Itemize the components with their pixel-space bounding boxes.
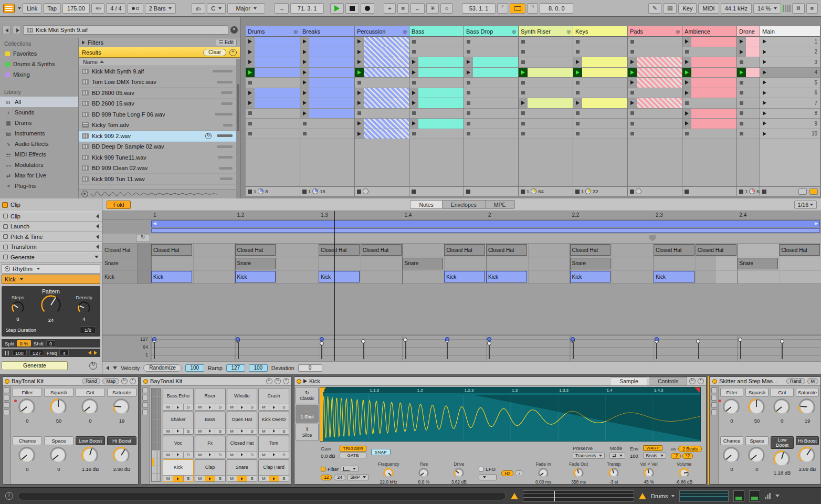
device-header[interactable]: BayTonal Kit (141, 377, 291, 386)
tempo-field[interactable]: 175.00 (62, 3, 90, 14)
pad-play-button[interactable] (173, 476, 183, 481)
device-on-button[interactable] (143, 379, 148, 384)
velocity-stem[interactable] (782, 341, 783, 359)
clip-slot[interactable] (464, 109, 518, 119)
stop-button[interactable] (345, 3, 359, 14)
tab-envelopes[interactable]: Envelopes (443, 200, 486, 209)
pad-mute-button[interactable]: M (163, 428, 173, 434)
lfo-toggle[interactable] (479, 467, 483, 471)
scale-mode-toggle[interactable] (192, 3, 205, 14)
clip-slot[interactable] (300, 129, 354, 140)
bank-cell[interactable] (156, 427, 158, 435)
clip-slot[interactable] (409, 47, 464, 58)
nudge-buttons[interactable] (91, 3, 104, 14)
arrangement-position-field[interactable]: 71. 3. 1 (290, 3, 324, 14)
track-stop-button[interactable] (466, 190, 470, 194)
clip-slot[interactable] (737, 129, 760, 140)
bank-cell[interactable] (154, 427, 156, 435)
section-clip[interactable]: Clip (0, 211, 102, 222)
clip-slot[interactable] (409, 98, 464, 109)
clip-play-button[interactable] (628, 98, 637, 108)
macro-name[interactable]: Filter (13, 388, 42, 397)
track-header-badge-icon[interactable]: ◎ (566, 29, 571, 34)
track-header-drone[interactable]: Drone (737, 26, 760, 37)
link-button[interactable]: Link (23, 3, 41, 14)
end-marker[interactable] (649, 235, 656, 242)
clip-slot[interactable] (519, 68, 573, 78)
pad-closed-hat[interactable]: Closed HatMS (227, 436, 258, 458)
clip-slot[interactable] (464, 68, 518, 78)
bank-cell[interactable] (156, 397, 158, 404)
warning-icon[interactable] (511, 493, 518, 499)
clip-slot[interactable] (519, 37, 573, 47)
file-bd-2600-15-wav[interactable]: BD 2600 15.wav (79, 99, 240, 110)
row-label-kick[interactable]: Kick (102, 270, 138, 284)
fade-out-knob[interactable]: Fade Out358 ms (563, 461, 594, 485)
clip-slot[interactable] (300, 119, 354, 129)
name-column-header[interactable]: Name (79, 58, 240, 66)
note-closed-hat[interactable]: Closed Hat (570, 244, 611, 256)
clip-play-button[interactable] (682, 88, 691, 98)
rack-sidebar-icons[interactable] (141, 386, 150, 484)
clip-slot[interactable] (464, 78, 518, 88)
clip-play-button[interactable] (300, 98, 309, 108)
stop-all-clips-button[interactable] (762, 190, 766, 194)
row-fold-cell[interactable] (138, 257, 151, 270)
bank-cell[interactable] (158, 397, 160, 404)
bank-cell[interactable] (156, 404, 158, 412)
clip-slot[interactable] (737, 78, 760, 88)
save-preset-icon[interactable] (283, 378, 289, 384)
clip-play-button[interactable] (737, 47, 746, 57)
track-footer[interactable]: 164 (737, 186, 760, 196)
pad-open-hat[interactable]: Open HatMS (227, 412, 258, 434)
bank-cell[interactable] (154, 389, 156, 396)
note-kick[interactable]: Kick (444, 271, 485, 282)
note-closed-hat[interactable]: Closed Hat (779, 244, 820, 256)
file-bd-909-tube-long-f-06-wav[interactable]: BD 909 Tube Long F 06.wav (79, 109, 240, 120)
logo-menu-caret[interactable] (18, 7, 21, 9)
velocity-high-value[interactable]: 127 (29, 350, 44, 356)
bank-cell[interactable] (152, 412, 154, 419)
macro-name[interactable]: Filter (720, 388, 743, 397)
velocity-marker[interactable] (403, 338, 407, 342)
clip-slot[interactable] (409, 109, 464, 119)
note-closed-hat[interactable]: Closed Hat (654, 244, 694, 256)
gain-value[interactable]: 0.0 dB (321, 453, 335, 459)
track-footer[interactable] (355, 186, 409, 196)
track-stop-button[interactable] (248, 190, 252, 194)
fold-button[interactable]: Fold (107, 201, 131, 209)
clip-playing-button[interactable] (519, 68, 528, 78)
file-tom-low-dmx-tonic-wav[interactable]: Tom Low DMX Tonic.wav (79, 77, 240, 88)
clip-play-button[interactable] (355, 129, 364, 139)
clip-slot[interactable] (246, 57, 300, 68)
filter-knob[interactable] (722, 398, 741, 417)
bank-cell[interactable] (156, 458, 158, 466)
loop-start-field[interactable]: 53. 1. 1 (462, 3, 496, 14)
bank-cell[interactable] (154, 404, 156, 412)
clip-slot[interactable] (464, 57, 518, 68)
clip-play-button[interactable] (300, 78, 309, 88)
clip-play-button[interactable] (300, 57, 309, 67)
note-snare[interactable]: Snare (570, 258, 611, 269)
bank-cell[interactable] (156, 435, 158, 443)
clip-play-button[interactable] (573, 98, 582, 108)
loop-button[interactable] (510, 3, 525, 14)
velocity-marker[interactable] (152, 337, 156, 341)
clip-slot[interactable] (464, 88, 518, 99)
clip-slot[interactable] (573, 78, 627, 88)
mode-1-shot[interactable]: 1-Shot (296, 405, 319, 423)
freq-value[interactable]: 4 (59, 350, 68, 356)
clip-slot[interactable] (355, 119, 409, 129)
pad-shaker[interactable]: ShakerMS (163, 412, 194, 434)
shift-value[interactable]: 0 (46, 340, 55, 346)
chance-knob[interactable] (722, 446, 741, 465)
clip-slot[interactable] (355, 68, 409, 78)
sidebar-item-modulators[interactable]: Modulators (0, 160, 78, 170)
sidebar-item-audio-effects[interactable]: Audio Effects (0, 139, 78, 149)
lane-select-icon[interactable] (113, 366, 117, 370)
clip-slot[interactable] (737, 98, 760, 109)
lfo-sync-button[interactable]: ♪ (515, 470, 523, 476)
clip-play-button[interactable] (464, 57, 473, 67)
clip-slot[interactable] (573, 47, 627, 58)
filter-type-menu[interactable] (341, 466, 359, 472)
